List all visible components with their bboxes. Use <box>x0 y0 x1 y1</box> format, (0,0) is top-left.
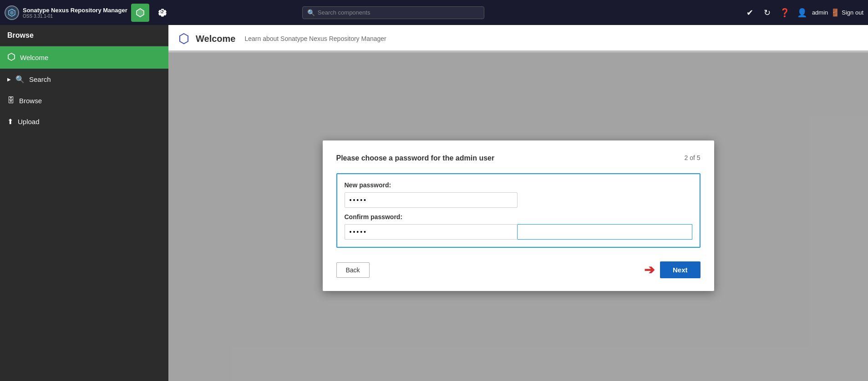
arrow-indicator-icon: ➔ <box>644 262 655 277</box>
sidebar-item-browse[interactable]: 🗄 Browse <box>0 90 168 111</box>
upload-icon: ⬆ <box>7 117 13 126</box>
dialog-footer: Back ➔ Next <box>336 261 700 278</box>
welcome-subtitle: Learn about Sonatype Nexus Repository Ma… <box>244 35 386 42</box>
sidebar-search-label: Search <box>29 75 51 83</box>
footer-right: ➔ Next <box>644 261 700 278</box>
svg-marker-3 <box>8 53 15 60</box>
new-password-row: New password: <box>345 181 692 208</box>
dialog-title: Please choose a password for the admin u… <box>336 154 495 162</box>
sidebar-browse-label: Browse <box>19 97 42 105</box>
refresh-icon[interactable]: ↻ <box>760 5 775 20</box>
dialog-step: 2 of 5 <box>684 154 700 161</box>
svg-marker-2 <box>137 9 144 17</box>
next-button[interactable]: Next <box>660 261 700 278</box>
navbar: Sonatype Nexus Repository Manager OSS 3.… <box>0 0 868 25</box>
password-dialog: Please choose a password for the admin u… <box>323 140 714 291</box>
main-layout: Browse Welcome ▶ 🔍 Search 🗄 Browse ⬆ Upl… <box>0 25 868 381</box>
welcome-banner: Welcome Learn about Sonatype Nexus Repos… <box>168 25 868 53</box>
brand-title: Sonatype Nexus Repository Manager <box>23 7 127 14</box>
confirm-password-input[interactable] <box>345 224 518 240</box>
confirm-password-row: Confirm password: <box>345 213 692 240</box>
modal-overlay: Please choose a password for the admin u… <box>168 50 868 381</box>
user-icon[interactable]: 👤 <box>795 5 809 20</box>
database-icon: 🗄 <box>7 96 15 105</box>
brand-logo <box>5 5 19 20</box>
brand-subtitle: OSS 3.31.1-01 <box>23 14 127 19</box>
sidebar-item-welcome[interactable]: Welcome <box>0 46 168 69</box>
new-password-input[interactable] <box>345 192 518 208</box>
search-input[interactable] <box>318 9 479 16</box>
sidebar-header: Browse <box>0 25 168 46</box>
search-sidebar-icon: 🔍 <box>15 75 25 84</box>
browse-nav-button[interactable] <box>131 4 149 22</box>
sidebar: Browse Welcome ▶ 🔍 Search 🗄 Browse ⬆ Upl… <box>0 25 168 381</box>
content-area: Welcome Learn about Sonatype Nexus Repos… <box>168 25 868 381</box>
svg-marker-4 <box>180 34 188 44</box>
welcome-title: Welcome <box>196 34 235 44</box>
brand-text: Sonatype Nexus Repository Manager OSS 3.… <box>23 7 127 19</box>
search-box[interactable]: 🔍 <box>302 6 484 19</box>
search-icon: 🔍 <box>307 9 315 16</box>
sidebar-welcome-label: Welcome <box>20 54 48 61</box>
sidebar-upload-label: Upload <box>18 118 40 125</box>
sign-out-button[interactable]: 🚪 Sign out <box>831 8 863 17</box>
arrow-icon: ▶ <box>7 77 11 82</box>
settings-nav-button[interactable] <box>153 4 171 22</box>
sign-out-label: Sign out <box>842 9 863 16</box>
sign-out-icon: 🚪 <box>831 8 840 17</box>
hexagon-icon <box>7 53 15 62</box>
nav-right: ✔ ↻ ❓ 👤 admin 🚪 Sign out <box>743 5 863 20</box>
svg-marker-1 <box>10 10 14 15</box>
help-icon[interactable]: ❓ <box>777 5 792 20</box>
brand: Sonatype Nexus Repository Manager OSS 3.… <box>5 5 127 20</box>
sidebar-item-upload[interactable]: ⬆ Upload <box>0 111 168 132</box>
back-button[interactable]: Back <box>336 262 370 278</box>
confirm-password-label: Confirm password: <box>345 213 692 221</box>
welcome-hex-icon <box>178 32 190 45</box>
sidebar-item-search[interactable]: ▶ 🔍 Search <box>0 69 168 90</box>
password-form: New password: Confirm password: <box>336 173 700 248</box>
system-status-icon[interactable]: ✔ <box>743 5 757 20</box>
confirm-password-extension <box>518 224 692 240</box>
admin-label[interactable]: admin <box>812 9 828 16</box>
new-password-label: New password: <box>345 181 692 189</box>
dialog-header: Please choose a password for the admin u… <box>336 154 700 162</box>
